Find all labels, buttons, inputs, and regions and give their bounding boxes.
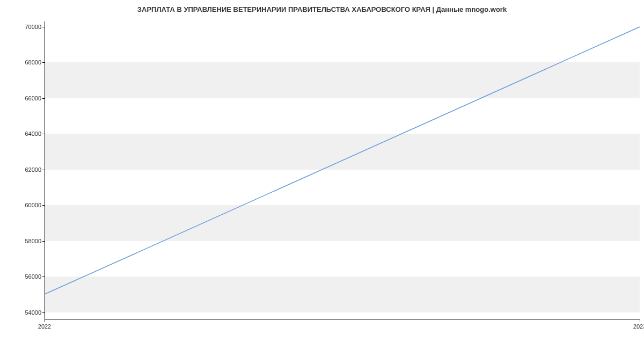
chart-title: ЗАРПЛАТА В УПРАВЛЕНИЕ ВЕТЕРИНАРИИ ПРАВИТ… — [0, 5, 644, 13]
y-tick-mark — [42, 62, 45, 63]
y-tick-mark — [42, 241, 45, 242]
plot-area — [45, 21, 640, 319]
line-series — [45, 21, 640, 319]
svg-line-0 — [45, 27, 640, 294]
line-chart: ЗАРПЛАТА В УПРАВЛЕНИЕ ВЕТЕРИНАРИИ ПРАВИТ… — [0, 0, 644, 349]
y-tick-mark — [42, 27, 45, 27]
x-tick-mark — [45, 319, 45, 322]
x-tick-label: 2022 — [38, 323, 51, 330]
y-tick-label: 70000 — [25, 24, 41, 30]
y-tick-mark — [42, 98, 45, 99]
y-tick-mark — [42, 205, 45, 206]
y-tick-label: 56000 — [25, 273, 41, 280]
y-tick-mark — [42, 134, 45, 134]
x-tick-label: 2023 — [633, 323, 644, 330]
y-tick-label: 64000 — [25, 130, 41, 137]
y-tick-label: 62000 — [25, 166, 41, 173]
y-tick-label: 58000 — [25, 238, 41, 244]
y-tick-label: 66000 — [25, 95, 41, 101]
y-tick-label: 60000 — [25, 202, 41, 208]
y-tick-mark — [42, 277, 45, 277]
y-tick-label: 68000 — [25, 59, 41, 66]
x-tick-mark — [640, 319, 640, 322]
y-tick-label: 54000 — [25, 309, 41, 316]
y-tick-mark — [42, 312, 45, 313]
y-tick-mark — [42, 170, 45, 170]
